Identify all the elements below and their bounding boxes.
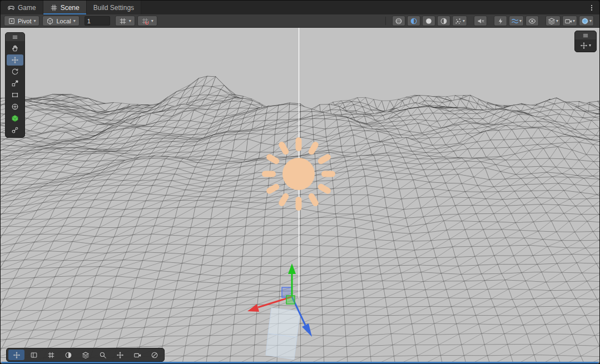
kebab-menu-icon — [588, 4, 596, 12]
view-hand-tool[interactable] — [7, 43, 23, 54]
transform-tool[interactable] — [7, 101, 23, 112]
grid-icon — [47, 351, 55, 359]
blocked-tool[interactable] — [146, 350, 162, 360]
game-icon — [7, 4, 15, 12]
rect-tool[interactable] — [7, 89, 23, 101]
audio-off-icon — [477, 17, 484, 25]
tab-label: Game — [18, 4, 36, 12]
chevron-down-icon: ▾ — [589, 19, 592, 23]
joint-icon — [11, 126, 19, 134]
search-tool[interactable] — [95, 350, 111, 360]
overlay-move-tool-button[interactable]: ▾ — [575, 39, 596, 52]
waves-icon — [511, 17, 519, 25]
tab-build-settings[interactable]: Build Settings — [87, 1, 141, 14]
hamburger-icon — [12, 34, 18, 41]
particles-icon — [454, 17, 462, 25]
vfx-toggle[interactable] — [494, 16, 507, 26]
tab-game[interactable]: Game — [1, 1, 43, 14]
chevron-down-icon: ▾ — [573, 19, 575, 23]
eye-icon — [528, 17, 536, 25]
gizmos-globe-dropdown[interactable]: ▾ — [579, 16, 594, 26]
panels-tool[interactable] — [26, 350, 42, 360]
snap-increment-dropdown[interactable]: ▾ — [137, 16, 157, 26]
scene-view: ▾ — [1, 28, 600, 364]
chevron-down-icon: ▾ — [556, 19, 558, 23]
editor-tools[interactable] — [7, 124, 23, 136]
grid-visibility-dropdown[interactable]: ▾ — [115, 16, 135, 26]
chevron-down-icon: ▾ — [519, 19, 522, 23]
wire-sphere-icon — [395, 17, 403, 25]
shading-mode-toggle[interactable] — [392, 16, 405, 26]
tools-overlay — [5, 32, 25, 138]
scale-tool[interactable] — [7, 78, 23, 89]
layers-tool[interactable] — [77, 350, 93, 360]
cube-green-icon — [11, 114, 19, 122]
tab-bar: GameSceneBuild Settings — [1, 1, 599, 14]
circle-contrast-icon — [65, 351, 72, 359]
camera-icon — [133, 351, 141, 359]
chevron-down-icon: ▾ — [463, 19, 465, 23]
scale-icon — [11, 79, 19, 87]
lighting-toggle[interactable] — [407, 16, 420, 26]
snap-grid-icon — [141, 17, 149, 25]
tab-scene[interactable]: Scene — [43, 1, 87, 14]
grid-tool[interactable] — [43, 350, 59, 360]
audio-mute-toggle[interactable] — [474, 16, 487, 26]
circle-contrast-icon — [440, 17, 448, 25]
move-overlay-tool[interactable] — [8, 350, 24, 360]
chevron-down-icon: ▾ — [33, 19, 36, 23]
move-icon — [580, 42, 588, 49]
globe-icon — [581, 17, 589, 25]
slash-circle-icon — [151, 351, 158, 359]
bolt-icon — [497, 17, 504, 25]
tab-strip: GameSceneBuild Settings — [1, 1, 141, 14]
grid-size-input[interactable] — [85, 16, 110, 26]
transform-icon — [11, 103, 19, 111]
layers-icon — [548, 17, 556, 25]
overlay-grip[interactable] — [575, 31, 596, 39]
handle-rotation-button[interactable]: Local ▾ — [42, 16, 79, 26]
hand-icon — [11, 44, 19, 52]
custom-cube-tool[interactable] — [7, 113, 23, 124]
effects-dropdown[interactable]: ▾ — [452, 16, 467, 26]
overlay-grip[interactable] — [6, 33, 24, 41]
camera-tool[interactable] — [129, 350, 145, 360]
focus-indicator — [1, 362, 599, 363]
panel-icon — [30, 351, 38, 359]
scene-toolbar: Pivot ▾ Local ▾ ▾▾ ▾▾▾▾▾ — [1, 14, 599, 28]
pivot-mode-button[interactable]: Pivot ▾ — [4, 16, 39, 26]
scene-visibility-toggle[interactable] — [525, 16, 539, 26]
rect-icon — [11, 91, 19, 99]
move-tool[interactable] — [7, 54, 23, 66]
toolbar-separator — [385, 17, 386, 25]
chevron-down-icon: ▾ — [589, 43, 591, 48]
circle-fill-icon — [425, 17, 433, 25]
scene-grid-icon — [50, 4, 58, 12]
view-toggle-group: ▾▾▾▾▾ — [392, 16, 594, 26]
rotate-tool[interactable] — [7, 66, 23, 77]
grid-icon — [119, 17, 127, 25]
skybox-toggle[interactable] — [422, 16, 435, 26]
unity-editor-window: GameSceneBuild Settings Pivot ▾ Local ▾ … — [0, 0, 600, 364]
orbit-tool[interactable] — [60, 350, 76, 360]
tool-column — [6, 41, 24, 136]
pan-tool[interactable] — [112, 350, 128, 360]
scene-viewport[interactable] — [1, 28, 600, 364]
tab-label: Build Settings — [93, 4, 134, 12]
pivot-icon — [8, 17, 16, 25]
local-label: Local — [56, 18, 71, 24]
animated-materials-dropdown[interactable]: ▾ — [509, 16, 524, 26]
collapsed-overlay: ▾ — [574, 31, 597, 52]
window-menu-button[interactable] — [584, 1, 599, 14]
layers-dropdown[interactable]: ▾ — [546, 16, 561, 26]
move-icon — [13, 351, 21, 359]
rotate-icon — [11, 68, 19, 76]
camera-settings-dropdown[interactable]: ▾ — [562, 16, 577, 26]
chevron-down-icon: ▾ — [151, 19, 153, 23]
pivot-label: Pivot — [18, 18, 31, 24]
move-icon — [116, 351, 124, 359]
chevron-down-icon: ▾ — [129, 19, 131, 23]
grid-snap-group: ▾▾ — [115, 16, 157, 26]
camera-icon — [564, 17, 572, 25]
post-process-toggle[interactable] — [437, 16, 450, 26]
